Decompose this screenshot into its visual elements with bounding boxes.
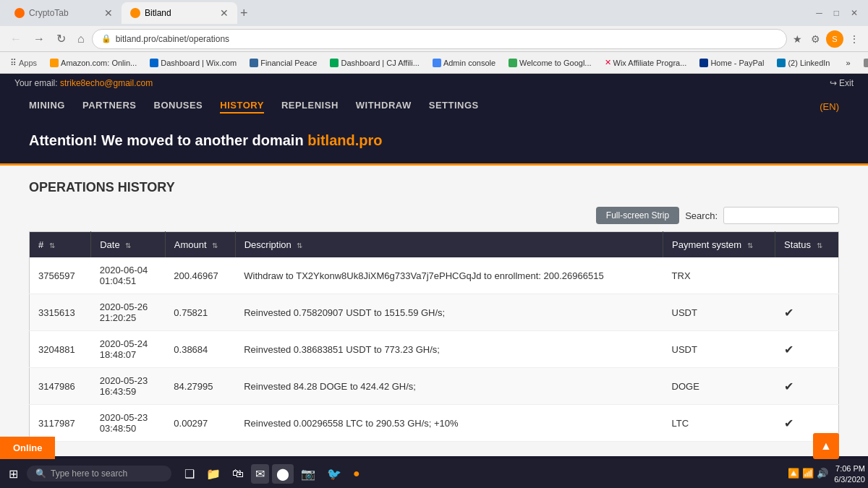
address-bar[interactable]: 🔒 bitland.pro/cabinet/operations (92, 29, 787, 49)
tab-bitland-close[interactable]: ✕ (220, 7, 229, 19)
cell-status-3: ✔ (775, 368, 839, 405)
close-window-button[interactable]: ✕ (846, 5, 862, 21)
bm-more-btn[interactable]: » (841, 57, 854, 69)
taskbar-chrome[interactable]: ⬤ (272, 464, 294, 484)
cell-status-0 (775, 257, 839, 294)
apps-bookmark[interactable]: ⠿ Apps (6, 56, 41, 69)
forward-button[interactable]: → (29, 30, 49, 48)
exit-button[interactable]: ↪ Exit (830, 78, 854, 88)
taskbar-camera[interactable]: 📷 (297, 464, 320, 484)
sort-amount-icon: ⇅ (212, 241, 218, 249)
back-button[interactable]: ← (6, 30, 26, 48)
bookmarks-bar: ⠿ Apps Amazon.com: Onlin... Dashboard | … (0, 52, 868, 74)
cell-desc-4: Reinvested 0.00296558 LTC to 290.53 GH/s… (235, 405, 663, 442)
page-wrapper: Your email: strike8echo@gmail.com ↪ Exit… (0, 74, 868, 484)
search-input[interactable] (723, 207, 839, 224)
clock-date: 7:06 PM 6/3/2020 (834, 463, 865, 483)
cell-date-4: 2020-05-23 03:48:50 (91, 405, 166, 442)
network-icon[interactable]: 🔼 (788, 468, 799, 479)
col-status[interactable]: Status ⇅ (775, 232, 839, 258)
bm-paypal[interactable]: Home - PayPal (695, 57, 768, 69)
col-amount[interactable]: Amount ⇅ (165, 232, 235, 258)
bm-fp[interactable]: Financial Peace (245, 57, 321, 69)
bm-wix-aff[interactable]: ✕ Wix Affiliate Progra... (600, 56, 692, 69)
apps-label: Apps (19, 59, 37, 67)
tab-bitland-label: Bitland (145, 8, 171, 18)
nav-withdraw[interactable]: WITHDRAW (356, 100, 412, 114)
tab-bar: CryptoTab ✕ Bitland ✕ + ─ □ ✕ (0, 0, 868, 26)
cell-amount-3: 84.27995 (165, 368, 235, 405)
bm-fp-label: Financial Peace (260, 59, 317, 67)
tab-cryptotab-close[interactable]: ✕ (104, 7, 113, 19)
bm-wix-aff-label: Wix Affiliate Progra... (613, 59, 687, 67)
home-button[interactable]: ⌂ (73, 30, 89, 48)
col-id[interactable]: # ⇅ (30, 232, 91, 258)
bm-other[interactable]: Other bookmarks (859, 57, 868, 69)
volume-icon[interactable]: 🔊 (817, 468, 828, 479)
bm-fp-icon (250, 59, 258, 67)
table-row: 3315613 2020-05-26 21:20:25 0.75821 Rein… (30, 294, 839, 331)
bm-linkedin[interactable]: (2) LinkedIn (773, 57, 834, 69)
taskbar-task-view[interactable]: ❑ (180, 464, 199, 484)
nav-replenish[interactable]: REPLENISH (281, 100, 339, 114)
email-address[interactable]: strike8echo@gmail.com (60, 78, 153, 88)
profile-button[interactable]: S (826, 30, 843, 48)
bm-amazon[interactable]: Amazon.com: Onlin... (46, 57, 141, 69)
reload-button[interactable]: ↻ (52, 29, 70, 48)
online-status-button[interactable]: Online (0, 437, 55, 459)
new-tab-button[interactable]: + (240, 6, 248, 21)
bm-wix[interactable]: Dashboard | Wix.com (145, 57, 241, 69)
tab-cryptotab[interactable]: CryptoTab ✕ (6, 2, 122, 24)
bookmark-star-button[interactable]: ★ (790, 30, 805, 48)
extensions-button[interactable]: ⚙ (808, 30, 823, 48)
nav-bonuses[interactable]: BONUSES (154, 100, 203, 114)
bm-amazon-icon (50, 59, 59, 67)
taskbar-app7[interactable]: ● (349, 464, 365, 484)
cell-id-3: 3147986 (30, 368, 91, 405)
cell-amount-0: 200.46967 (165, 257, 235, 294)
language-button[interactable]: (EN) (820, 101, 839, 112)
taskbar-search-bar[interactable]: 🔍 Type here to search (27, 466, 171, 481)
chrome-menu-button[interactable]: ⋮ (846, 30, 862, 48)
bm-linkedin-label: (2) LinkedIn (788, 59, 830, 67)
taskbar-store[interactable]: 🛍 (228, 464, 248, 484)
col-date[interactable]: Date ⇅ (91, 232, 166, 258)
taskbar-file-explorer[interactable]: 📁 (202, 464, 225, 484)
sort-date-icon: ⇅ (125, 241, 131, 249)
taskbar-twitter[interactable]: 🐦 (323, 464, 346, 484)
fullscreen-strip-button[interactable]: Full-screen Strip (596, 207, 679, 224)
maximize-button[interactable]: □ (830, 5, 843, 21)
check-mark-icon: ✔ (784, 380, 793, 393)
bm-admin[interactable]: Admin console (428, 57, 500, 69)
nav-links: MINING PARTNERS BONUSES HISTORY REPLENIS… (29, 100, 479, 114)
wifi-icon[interactable]: 📶 (802, 468, 814, 479)
cell-id-4: 3117987 (30, 405, 91, 442)
cell-amount-1: 0.75821 (165, 294, 235, 331)
page-title: OPERATIONS HISTORY (29, 180, 839, 195)
attention-message: Attention! We moved to another domain bi… (29, 132, 383, 148)
bm-google[interactable]: Welcome to Googl... (504, 57, 595, 69)
cell-payment-3: DOGE (663, 368, 775, 405)
nav-settings[interactable]: SETTINGS (429, 100, 479, 114)
taskbar-search-icon: 🔍 (35, 468, 46, 479)
bm-paypal-label: Home - PayPal (710, 59, 764, 67)
nav-partners[interactable]: PARTNERS (82, 100, 137, 114)
taskbar-right: 🔼 📶 🔊 7:06 PM 6/3/2020 (788, 463, 865, 483)
start-button[interactable]: ⊞ (3, 464, 24, 484)
sort-status-icon: ⇅ (817, 241, 822, 249)
cell-payment-2: USDT (663, 331, 775, 368)
nav-history[interactable]: HISTORY (220, 100, 264, 114)
nav-mining[interactable]: MINING (29, 100, 65, 114)
attention-domain-link[interactable]: bitland.pro (307, 132, 382, 148)
scroll-to-top-button[interactable]: ▲ (813, 433, 839, 459)
bm-cj[interactable]: Dashboard | CJ Affili... (326, 57, 423, 69)
taskbar-mail[interactable]: ✉ (251, 464, 269, 484)
col-description[interactable]: Description ⇅ (235, 232, 663, 258)
tab-bitland[interactable]: Bitland ✕ (122, 2, 237, 24)
col-payment[interactable]: Payment system ⇅ (663, 232, 775, 258)
check-mark-icon: ✔ (784, 343, 793, 356)
cryptotab-favicon (14, 8, 25, 18)
minimize-button[interactable]: ─ (812, 5, 827, 21)
bm-google-icon (509, 59, 517, 67)
cell-payment-1: USDT (663, 294, 775, 331)
